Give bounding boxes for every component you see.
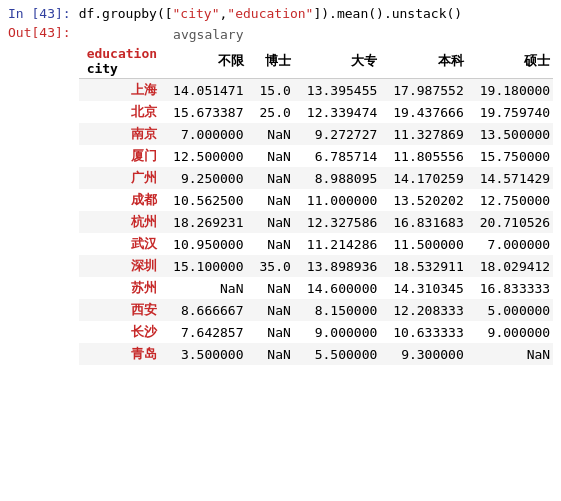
value-cell: 9.000000 — [299, 321, 385, 343]
table-row: 广州9.250000NaN8.98809514.17025914.571429 — [79, 167, 553, 189]
value-cell: 12.500000 — [165, 145, 251, 167]
city-cell: 南京 — [79, 123, 165, 145]
value-cell: 10.562500 — [165, 189, 251, 211]
value-cell: NaN — [252, 211, 299, 233]
value-cell: 25.0 — [252, 101, 299, 123]
value-cell: NaN — [165, 277, 251, 299]
table-row: 厦门12.500000NaN6.78571411.80555615.750000 — [79, 145, 553, 167]
value-cell: NaN — [252, 277, 299, 299]
avgsalary-header-row: avgsalary — [79, 25, 553, 44]
string2: "education" — [227, 6, 313, 21]
value-cell: NaN — [252, 123, 299, 145]
city-cell: 厦门 — [79, 145, 165, 167]
value-cell: 15.673387 — [165, 101, 251, 123]
table-row: 杭州18.269231NaN12.32758616.83168320.71052… — [79, 211, 553, 233]
value-cell: NaN — [252, 189, 299, 211]
value-cell: 11.500000 — [385, 233, 471, 255]
value-cell: 6.785714 — [299, 145, 385, 167]
cell-code: df.groupby(["city","education"]).mean().… — [79, 6, 463, 21]
value-cell: 9.272727 — [299, 123, 385, 145]
value-cell: 8.666667 — [165, 299, 251, 321]
table-row: 青岛3.500000NaN5.5000009.300000NaN — [79, 343, 553, 365]
value-cell: 13.520202 — [385, 189, 471, 211]
value-cell: 13.395455 — [299, 79, 385, 102]
city-cell: 苏州 — [79, 277, 165, 299]
index-education-header: educationcity — [79, 44, 165, 79]
value-cell: 10.633333 — [385, 321, 471, 343]
value-cell: 9.000000 — [472, 321, 553, 343]
value-cell: 9.250000 — [165, 167, 251, 189]
value-cell: 14.571429 — [472, 167, 553, 189]
value-cell: 18.532911 — [385, 255, 471, 277]
table-row: 深圳15.10000035.013.89893618.53291118.0294… — [79, 255, 553, 277]
cell-input: In [43]: df.groupby(["city","education"]… — [0, 4, 561, 23]
value-cell: 19.437666 — [385, 101, 471, 123]
city-cell: 北京 — [79, 101, 165, 123]
value-cell: 15.100000 — [165, 255, 251, 277]
avgsalary-header: avgsalary — [165, 25, 553, 44]
value-cell: 7.642857 — [165, 321, 251, 343]
value-cell: 10.950000 — [165, 233, 251, 255]
dataframe-container: avgsalary educationcity 不限 博士 大专 本科 硕士 上… — [79, 25, 553, 365]
value-cell: 12.339474 — [299, 101, 385, 123]
city-cell: 青岛 — [79, 343, 165, 365]
value-cell: 8.988095 — [299, 167, 385, 189]
string1: "city" — [173, 6, 220, 21]
city-cell: 武汉 — [79, 233, 165, 255]
table-row: 北京15.67338725.012.33947419.43766619.7597… — [79, 101, 553, 123]
value-cell: NaN — [252, 145, 299, 167]
value-cell: 11.327869 — [385, 123, 471, 145]
value-cell: 17.987552 — [385, 79, 471, 102]
value-cell: NaN — [252, 233, 299, 255]
city-cell: 上海 — [79, 79, 165, 102]
value-cell: 11.000000 — [299, 189, 385, 211]
empty-corner — [79, 25, 165, 44]
input-label: In [43]: — [8, 6, 79, 21]
value-cell: 11.214286 — [299, 233, 385, 255]
value-cell: 13.898936 — [299, 255, 385, 277]
table-row: 上海14.05147115.013.39545517.98755219.1800… — [79, 79, 553, 102]
table-row: 长沙7.642857NaN9.00000010.6333339.000000 — [79, 321, 553, 343]
value-cell: NaN — [252, 321, 299, 343]
cell-output: Out[43]: avgsalary educationcity 不限 博士 大… — [0, 23, 561, 367]
city-cell: 长沙 — [79, 321, 165, 343]
value-cell: 14.051471 — [165, 79, 251, 102]
value-cell: 8.150000 — [299, 299, 385, 321]
value-cell: 5.500000 — [299, 343, 385, 365]
dataframe-table: avgsalary educationcity 不限 博士 大专 本科 硕士 上… — [79, 25, 553, 365]
city-cell: 成都 — [79, 189, 165, 211]
col-header-bachelor: 本科 — [385, 44, 471, 79]
value-cell: 19.759740 — [472, 101, 553, 123]
value-cell: 18.029412 — [472, 255, 553, 277]
notebook-cell: In [43]: df.groupby(["city","education"]… — [0, 0, 561, 371]
value-cell: 14.310345 — [385, 277, 471, 299]
col-header-row: educationcity 不限 博士 大专 本科 硕士 — [79, 44, 553, 79]
value-cell: 20.710526 — [472, 211, 553, 233]
output-label: Out[43]: — [8, 25, 79, 40]
value-cell: 14.600000 — [299, 277, 385, 299]
value-cell: NaN — [252, 343, 299, 365]
col-header-master: 硕士 — [472, 44, 553, 79]
table-row: 苏州NaNNaN14.60000014.31034516.833333 — [79, 277, 553, 299]
value-cell: 12.327586 — [299, 211, 385, 233]
col-header-college: 大专 — [299, 44, 385, 79]
value-cell: 16.831683 — [385, 211, 471, 233]
table-row: 西安8.666667NaN8.15000012.2083335.000000 — [79, 299, 553, 321]
value-cell: 7.000000 — [472, 233, 553, 255]
city-cell: 杭州 — [79, 211, 165, 233]
value-cell: 3.500000 — [165, 343, 251, 365]
table-row: 成都10.562500NaN11.00000013.52020212.75000… — [79, 189, 553, 211]
value-cell: 15.750000 — [472, 145, 553, 167]
value-cell: NaN — [472, 343, 553, 365]
value-cell: 11.805556 — [385, 145, 471, 167]
city-cell: 广州 — [79, 167, 165, 189]
value-cell: 7.000000 — [165, 123, 251, 145]
value-cell: 12.208333 — [385, 299, 471, 321]
value-cell: 16.833333 — [472, 277, 553, 299]
value-cell: NaN — [252, 299, 299, 321]
value-cell: NaN — [252, 167, 299, 189]
col-header-phd: 博士 — [252, 44, 299, 79]
value-cell: 15.0 — [252, 79, 299, 102]
value-cell: 5.000000 — [472, 299, 553, 321]
table-row: 南京7.000000NaN9.27272711.32786913.500000 — [79, 123, 553, 145]
